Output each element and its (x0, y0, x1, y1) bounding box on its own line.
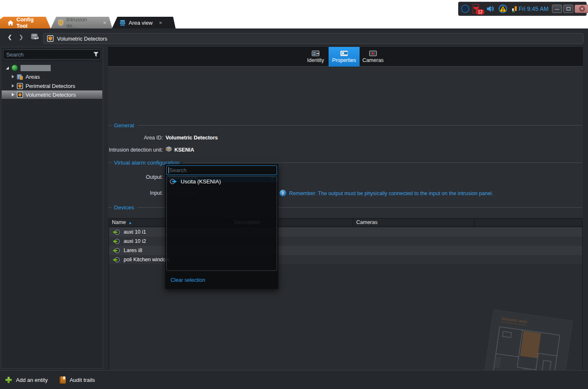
output-device-icon (169, 178, 177, 185)
expanded-arrow-icon[interactable] (6, 67, 9, 70)
input-device-icon (113, 238, 120, 245)
system-globe-icon (11, 64, 18, 71)
config-tool-window: ❤ 12 Fri 9:45 AM — ✕ Config Tool Intrusi… (0, 0, 588, 389)
output-label: Output: (108, 174, 163, 180)
view-tabbar: Identity Properties Cameras (108, 47, 583, 67)
intrusion-area-icon (17, 92, 23, 98)
input-device-icon (113, 257, 120, 263)
device-name: Lares i8 (124, 247, 142, 253)
tree-item-label: Areas (26, 74, 40, 80)
intrusion-area-icon (47, 35, 54, 42)
minimize-button[interactable]: — (552, 5, 562, 13)
entity-browser-panel: Areas Perimetral Detectors Volumetric De… (1, 47, 103, 368)
tab-label: Config Tool (16, 16, 45, 29)
clear-selection-link[interactable]: Clear selection (171, 277, 205, 283)
tree-item-areas[interactable]: Areas (2, 72, 102, 81)
collapsed-arrow-icon[interactable] (12, 75, 14, 78)
breadcrumb[interactable]: Volumetric Detectors (43, 33, 583, 44)
dropdown-item-uscita[interactable]: Uscita (KSENIA) (167, 177, 277, 186)
sort-asc-icon: ▲ (128, 221, 132, 225)
collapsed-arrow-icon[interactable] (12, 84, 14, 88)
info-message: Remember: The output must be physically … (289, 191, 493, 196)
tab-label: Identity (307, 57, 324, 63)
collapsed-arrow-icon[interactable] (12, 93, 14, 96)
text-caret (168, 167, 169, 173)
health-alerts-icon[interactable]: ❤ 12 (473, 4, 479, 13)
column-header-name[interactable]: Name▲ (112, 219, 132, 225)
maximize-button[interactable] (563, 5, 573, 13)
dropdown-item-label: Uscita (KSENIA) (181, 178, 221, 185)
tab-close-icon[interactable]: ✕ (103, 21, 106, 25)
forward-button[interactable]: ❯ (16, 34, 27, 40)
add-entity-label: Add an entity (16, 377, 48, 383)
entity-tree: Areas Perimetral Detectors Volumetric De… (2, 62, 102, 368)
warning-icon[interactable] (498, 4, 508, 13)
device-name: poli Kitchen window (124, 257, 170, 263)
task-tabstrip: Config Tool Intrusion de... ✕ Area view … (0, 17, 588, 28)
area-id-label: Area ID: (108, 135, 163, 141)
tab-label: Area view (129, 20, 153, 26)
audit-trails-label: Audit trails (70, 377, 95, 383)
tree-item-perimetral-detectors[interactable]: Perimetral Detectors (2, 82, 102, 90)
intrusion-unit-icon (165, 146, 172, 152)
clock: Fri 9:45 AM (518, 5, 549, 12)
tab-cameras[interactable]: Cameras (360, 47, 386, 67)
dropdown-search-input[interactable] (166, 165, 277, 175)
input-device-icon (113, 247, 120, 254)
report-icon[interactable] (27, 33, 43, 40)
input-label: Input: (108, 190, 163, 196)
intrusion-area-icon (17, 83, 23, 89)
sidebar-search-input[interactable] (3, 49, 101, 59)
cameras-icon (369, 51, 377, 56)
close-button[interactable]: ✕ (575, 5, 588, 13)
dropdown-list: Uscita (KSENIA) (166, 176, 277, 271)
tab-label: Properties (332, 57, 356, 63)
genetec-logo-icon (461, 5, 469, 13)
intrusion-unit-label: Intrusion detection unit: (108, 147, 163, 153)
back-button[interactable]: ❮ (4, 34, 16, 40)
tree-item-label: Perimetral Detectors (26, 83, 75, 89)
section-general: General (108, 122, 582, 129)
properties-icon (340, 51, 348, 56)
tab-config-tool[interactable]: Config Tool (0, 17, 51, 28)
audit-book-icon (60, 376, 66, 384)
device-name: auxi 10 i2 (124, 238, 146, 244)
device-name: auxi 10 i1 (124, 229, 146, 235)
navigation-toolbar: ❮ ❯ Volumetric Detectors (0, 28, 588, 45)
filter-icon[interactable] (93, 52, 99, 57)
app-body: ❮ ❯ Volumetric Detectors (0, 28, 588, 389)
intrusion-unit-value: KSENIA (174, 147, 194, 153)
redacted-system-name (21, 65, 51, 71)
section-title: Devices (114, 204, 134, 211)
area-icon (17, 74, 23, 80)
home-icon (8, 20, 13, 26)
notification-tray: ❤ 12 Fri 9:45 AM — ✕ (458, 2, 587, 16)
column-header-cameras[interactable]: Cameras (356, 219, 378, 225)
tab-area-view[interactable]: Area view ✕ (112, 17, 176, 28)
audit-trails-button[interactable]: Audit trails (60, 376, 95, 384)
area-id-value: Volumetric Detectors (166, 135, 218, 141)
info-icon: i (280, 190, 286, 196)
tab-intrusion-detection[interactable]: Intrusion de... ✕ (51, 17, 112, 28)
input-device-icon (113, 229, 120, 235)
close-icon: ✕ (579, 6, 585, 12)
tree-item-label: Volumetric Detectors (26, 92, 76, 98)
identity-icon (312, 51, 319, 56)
shield-icon (58, 20, 63, 26)
breadcrumb-text: Volumetric Detectors (57, 36, 107, 42)
tab-label: Cameras (363, 57, 384, 63)
tree-item-volumetric-detectors[interactable]: Volumetric Detectors (2, 90, 102, 99)
statusbar: Add an entity Audit trails (0, 370, 588, 389)
tab-close-icon[interactable]: ✕ (159, 21, 162, 25)
tree-item-system-root[interactable] (2, 64, 102, 72)
tab-properties[interactable]: Properties (329, 47, 360, 67)
section-title: General (114, 122, 134, 129)
tab-label: Intrusion de... (66, 16, 97, 29)
output-dropdown-popup: Uscita (KSENIA) Clear selection (165, 164, 278, 289)
tab-identity[interactable]: Identity (303, 47, 329, 67)
building-icon (119, 20, 126, 26)
alert-count-badge: 12 (476, 9, 484, 15)
volume-icon[interactable] (487, 5, 495, 12)
plus-icon (5, 376, 12, 384)
add-entity-button[interactable]: Add an entity (5, 376, 48, 384)
